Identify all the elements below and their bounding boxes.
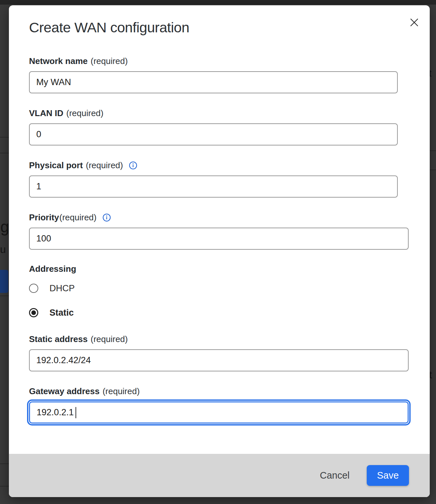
vlan-id-label: VLAN ID <box>29 108 63 118</box>
background-divider <box>0 137 9 138</box>
x-close-icon <box>410 18 419 27</box>
close-icon[interactable] <box>409 17 419 27</box>
gateway-address-label: Gateway address <box>29 386 100 396</box>
static-address-label: Static address <box>29 334 88 344</box>
addressing-heading: Addressing <box>29 264 430 274</box>
background-divider <box>430 170 436 170</box>
priority-input[interactable] <box>29 228 409 250</box>
background-button-fragment <box>0 270 8 293</box>
field-priority: Priority (required) <box>29 212 430 250</box>
background-divider <box>0 486 9 487</box>
create-wan-configuration-dialog: Create WAN configuration Network name (r… <box>9 5 430 497</box>
radio-label: Static <box>49 308 74 318</box>
background-text-fragment: u <box>0 243 8 256</box>
background-text-fragment: t <box>429 369 436 381</box>
info-icon[interactable] <box>103 213 111 222</box>
save-button[interactable]: Save <box>367 465 409 486</box>
text-cursor <box>76 407 76 418</box>
required-hint: (required) <box>86 160 123 171</box>
required-hint: (required) <box>91 334 128 344</box>
background-divider <box>0 296 9 296</box>
required-hint: (required) <box>103 386 140 396</box>
addressing-option-dhcp[interactable]: DHCP <box>29 283 430 293</box>
radio-unselected-icon <box>29 284 38 293</box>
field-gateway-address: Gateway address (required) <box>29 386 430 424</box>
field-static-address: Static address (required) <box>29 334 430 371</box>
info-icon[interactable] <box>129 161 137 170</box>
field-vlan-id: VLAN ID (required) <box>29 108 430 145</box>
cancel-button[interactable]: Cancel <box>319 467 351 484</box>
radio-label: DHCP <box>49 283 75 294</box>
addressing-option-static[interactable]: Static <box>29 308 430 318</box>
dialog-footer: Cancel Save <box>9 454 430 497</box>
background-shade <box>0 0 436 5</box>
physical-port-input[interactable] <box>29 175 398 198</box>
background-text-fragment: t l <box>429 68 436 79</box>
field-physical-port: Physical port (required) <box>29 160 430 198</box>
required-hint: (required) <box>59 212 97 223</box>
vlan-id-input[interactable] <box>29 123 398 145</box>
background-divider <box>430 150 436 151</box>
radio-selected-icon <box>29 308 38 317</box>
static-address-input[interactable] <box>29 349 409 371</box>
network-name-input[interactable] <box>29 71 398 93</box>
required-hint: (required) <box>66 108 104 118</box>
required-hint: (required) <box>91 56 128 66</box>
field-network-name: Network name (required) <box>29 56 430 93</box>
priority-label: Priority <box>29 212 59 223</box>
dialog-title: Create WAN configuration <box>29 19 430 36</box>
gateway-address-input[interactable] <box>29 401 409 424</box>
background-text-fragment: g <box>0 218 9 236</box>
background-divider <box>0 153 9 153</box>
network-name-label: Network name <box>29 56 88 66</box>
physical-port-label: Physical port <box>29 160 83 171</box>
background-divider <box>0 463 9 464</box>
